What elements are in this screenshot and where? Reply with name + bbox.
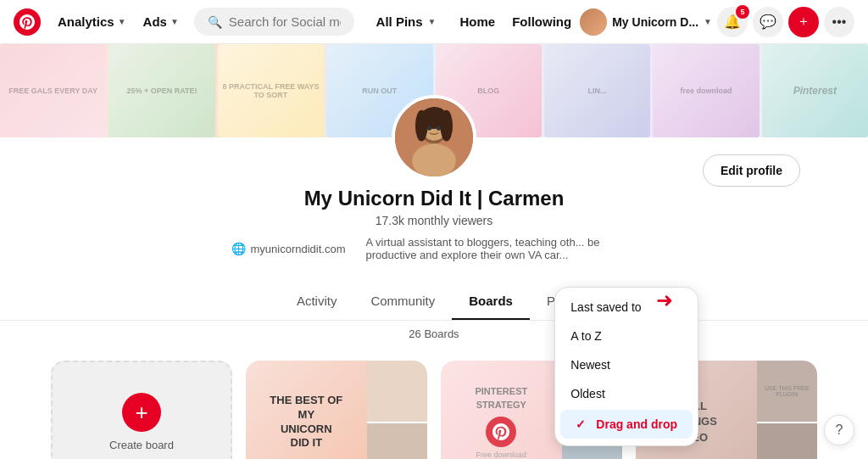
sort-last-saved[interactable]: Last saved to [555, 293, 698, 322]
boards-grid: + Create board THE BEST OFMYUNICORNDID I… [0, 347, 868, 459]
cover-tile-7: free download [653, 44, 759, 137]
sort-oldest[interactable]: Oldest [555, 379, 698, 408]
create-plus-icon: + [122, 393, 161, 432]
home-nav-item[interactable]: Home [452, 9, 504, 34]
cover-tile-6: LIN... [544, 44, 650, 137]
cover-tile-8: Pinterest [762, 44, 868, 137]
svg-point-2 [412, 143, 456, 176]
board-best-overlay-text: THE BEST OFMYUNICORNDID IT [261, 385, 351, 459]
svg-point-7 [427, 126, 432, 131]
profile-tabs: Activity Community Boards Pins ➜ Last sa… [0, 283, 868, 321]
all-pins-chevron-icon: ▼ [428, 17, 437, 26]
sort-dropdown: Last saved to A to Z Newest Oldest Drag … [554, 287, 698, 446]
sort-a-to-z[interactable]: A to Z [555, 322, 698, 350]
add-button[interactable]: ＋ [788, 7, 819, 37]
board-main-image-strategy: PINTERESTSTRATEGY Free download [441, 361, 562, 459]
tab-activity[interactable]: Activity [280, 283, 354, 320]
ads-chevron-icon: ▼ [170, 17, 179, 26]
website-link[interactable]: 🌐 myunicorndidit.com [231, 242, 346, 255]
create-board-card[interactable]: + Create board [51, 361, 232, 459]
board-side-images-best [367, 361, 427, 459]
search-icon: 🔍 [208, 15, 222, 29]
notification-badge: 5 [736, 5, 749, 19]
cover-tile-3: 8 PRACTICAL FREE WAYS TO SORT [218, 44, 324, 137]
user-chevron-icon: ▼ [704, 17, 712, 26]
board-seo-side-2 [757, 423, 817, 460]
profile-avatar-wrap [392, 95, 476, 180]
nav-avatar [580, 8, 607, 36]
more-options-button[interactable]: ••• [824, 7, 854, 37]
globe-icon: 🌐 [231, 242, 246, 255]
svg-point-6 [420, 107, 448, 129]
website-text: myunicorndidit.com [251, 243, 346, 255]
pinterest-logo[interactable] [14, 8, 41, 36]
profile-meta: 🌐 myunicorndidit.com A virtual assistant… [231, 236, 637, 261]
user-profile-nav[interactable]: My Unicorn D... ▼ [580, 8, 712, 36]
cover-tile-1: FREE GALS EVERY DAY [0, 44, 106, 137]
profile-section: My Unicorn Did It | Carmen 17.3k monthly… [0, 137, 868, 275]
ads-label: Ads [143, 14, 167, 29]
following-nav-item[interactable]: Following [504, 9, 580, 34]
board-side-img-2 [367, 423, 427, 460]
sort-drag-drop[interactable]: Drag and drop [560, 410, 693, 439]
create-board-label: Create board [109, 439, 174, 451]
top-navigation: Analytics ▼ Ads ▼ 🔍 All Pins ▼ Home Foll… [0, 0, 868, 44]
board-card-best[interactable]: THE BEST OFMYUNICORNDID IT BEST OF My Un… [246, 361, 427, 459]
messages-button[interactable]: 💬 [753, 7, 783, 37]
board-side-images-seo: USE THIS FREE PLUGIN [757, 361, 817, 459]
board-seo-side-1: USE THIS FREE PLUGIN [757, 361, 817, 422]
cover-tile-2: 25% + OPEN RATE! [108, 44, 214, 137]
tab-boards[interactable]: Boards [452, 283, 530, 320]
bio-text: A virtual assistant to bloggers, teachin… [366, 236, 637, 261]
create-board-button[interactable]: + Create board [51, 361, 232, 459]
search-input[interactable] [229, 14, 341, 29]
sort-newest[interactable]: Newest [555, 350, 698, 379]
notifications-button[interactable]: 🔔 5 [717, 7, 748, 37]
board-images-best: THE BEST OFMYUNICORNDID IT [246, 361, 427, 459]
edit-profile-button[interactable]: Edit profile [703, 154, 800, 187]
all-pins-button[interactable]: All Pins ▼ [364, 8, 448, 36]
nav-username: My Unicorn D... [612, 15, 698, 29]
profile-viewers: 17.3k monthly viewers [376, 214, 493, 227]
analytics-chevron-icon: ▼ [118, 17, 126, 26]
profile-name: My Unicorn Did It | Carmen [304, 187, 565, 210]
search-bar[interactable]: 🔍 [194, 8, 354, 36]
analytics-label: Analytics [58, 14, 114, 29]
help-button[interactable]: ? [824, 415, 854, 445]
tab-community[interactable]: Community [353, 283, 452, 320]
svg-point-8 [437, 126, 442, 131]
boards-count: 26 Boards [0, 327, 868, 340]
board-side-img-1 [367, 361, 427, 422]
profile-avatar [392, 95, 476, 180]
ads-menu[interactable]: Ads ▼ [135, 9, 187, 34]
nav-right-section: My Unicorn D... ▼ 🔔 5 💬 ＋ ••• [580, 7, 854, 37]
board-main-image-best: THE BEST OFMYUNICORNDID IT [246, 361, 367, 459]
analytics-menu[interactable]: Analytics ▼ [49, 9, 135, 34]
arrow-indicator: ➜ [656, 288, 673, 312]
